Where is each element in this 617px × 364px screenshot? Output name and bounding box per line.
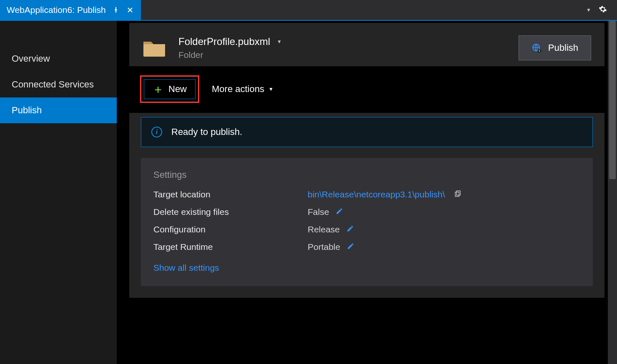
status-text: Ready to publish. xyxy=(171,127,242,137)
setting-label-target-runtime: Target Runtime xyxy=(153,242,308,252)
sidebar-item-overview[interactable]: Overview xyxy=(0,46,117,72)
pin-icon[interactable] xyxy=(112,6,120,14)
profile-dropdown[interactable]: FolderProfile.pubxml ▼ xyxy=(178,36,282,47)
svg-rect-2 xyxy=(456,191,460,195)
more-actions-dropdown[interactable]: More actions ▼ xyxy=(212,84,273,95)
sidebar-item-publish[interactable]: Publish xyxy=(0,97,117,123)
sidebar-item-connected-services[interactable]: Connected Services xyxy=(0,72,117,97)
settings-card: Settings Target location bin\Release\net… xyxy=(141,158,593,286)
setting-value-delete-existing: False xyxy=(308,207,329,217)
setting-label-delete-existing: Delete existing files xyxy=(153,207,308,217)
copy-icon[interactable] xyxy=(454,189,461,199)
scrollbar-thumb[interactable] xyxy=(609,21,616,179)
publish-button[interactable]: Publish xyxy=(519,35,591,60)
setting-value-target-runtime: Portable xyxy=(308,242,340,252)
new-button-label: New xyxy=(168,84,187,95)
chevron-down-icon: ▼ xyxy=(268,86,273,92)
profile-subtitle: Folder xyxy=(178,50,282,60)
show-all-settings-link[interactable]: Show all settings xyxy=(153,263,219,273)
publish-button-label: Publish xyxy=(548,42,578,53)
setting-value-configuration: Release xyxy=(308,224,340,234)
edit-icon[interactable] xyxy=(346,224,354,234)
new-button[interactable]: ＋ New xyxy=(144,79,196,99)
tab-overflow-icon[interactable]: ▼ xyxy=(586,7,591,13)
edit-icon[interactable] xyxy=(336,207,343,217)
edit-icon[interactable] xyxy=(347,242,354,252)
folder-icon xyxy=(143,38,166,57)
tab-title: WebApplication6: Publish xyxy=(7,5,106,15)
chevron-down-icon: ▼ xyxy=(277,39,282,45)
status-banner: i Ready to publish. xyxy=(141,117,593,147)
scrollbar[interactable] xyxy=(608,21,617,364)
publish-globe-icon xyxy=(532,43,542,53)
plus-icon: ＋ xyxy=(153,84,163,95)
active-tab[interactable]: WebApplication6: Publish xyxy=(0,0,141,20)
profile-name: FolderProfile.pubxml xyxy=(178,36,270,47)
close-icon[interactable] xyxy=(126,6,134,14)
more-actions-label: More actions xyxy=(212,84,264,95)
svg-rect-3 xyxy=(455,192,459,197)
publish-panel: FolderProfile.pubxml ▼ Folder xyxy=(129,23,604,298)
new-button-highlight: ＋ New xyxy=(140,75,199,103)
action-row: ＋ New More actions ▼ xyxy=(129,66,604,113)
info-icon: i xyxy=(151,127,162,137)
sidebar: Overview Connected Services Publish xyxy=(0,21,117,364)
setting-value-target-location[interactable]: bin\Release\netcoreapp3.1\publish\ xyxy=(308,189,445,199)
setting-label-target-location: Target location xyxy=(153,189,308,199)
settings-heading: Settings xyxy=(153,170,580,180)
gear-icon[interactable] xyxy=(599,5,607,15)
tab-strip: WebApplication6: Publish ▼ xyxy=(0,0,617,20)
setting-label-configuration: Configuration xyxy=(153,224,308,234)
